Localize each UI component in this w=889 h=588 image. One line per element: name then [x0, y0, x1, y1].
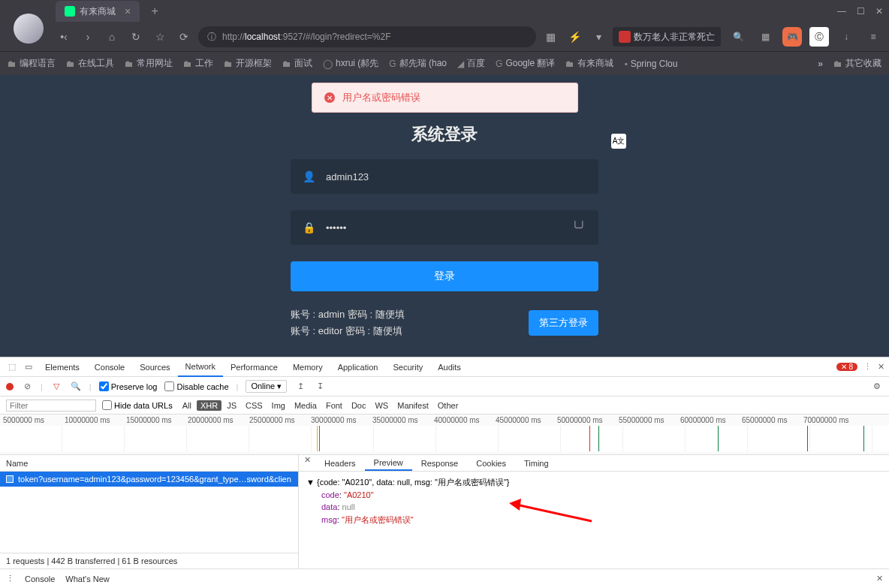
kebab-icon[interactable]: ⋮: [863, 362, 872, 372]
password-input[interactable]: [326, 222, 561, 234]
filter-type[interactable]: Media: [291, 400, 321, 411]
request-row[interactable]: token?username=admin123&password=123456&…: [0, 472, 298, 487]
drawer-console-tab[interactable]: Console: [25, 574, 55, 583]
folder-icon: 🖿: [833, 59, 842, 69]
filter-type[interactable]: Manifest: [393, 400, 432, 411]
bookmark-item[interactable]: 🖿在线工具: [66, 57, 114, 70]
filter-type[interactable]: Font: [322, 400, 346, 411]
bookmark-item[interactable]: G郝先瑞 (hao: [389, 57, 447, 70]
bookmark-item[interactable]: 🖿有来商城: [565, 57, 613, 70]
throttling-select[interactable]: Online ▾: [246, 380, 287, 393]
devtools-tab[interactable]: Console: [87, 357, 132, 377]
bookmark-item[interactable]: ▪Spring Clou: [624, 57, 677, 70]
device-icon[interactable]: ▭: [21, 362, 36, 372]
extension-c-icon[interactable]: Ⓒ: [809, 27, 829, 47]
reload-icon[interactable]: ⟳: [174, 27, 194, 47]
clear-icon[interactable]: ⊘: [21, 381, 33, 391]
upload-icon[interactable]: ↥: [294, 381, 306, 391]
menu-icon[interactable]: ≡: [863, 27, 883, 47]
download-har-icon[interactable]: ↧: [314, 381, 326, 391]
response-tab[interactable]: Timing: [515, 455, 558, 471]
close-preview-icon[interactable]: ✕: [299, 455, 315, 471]
forward-icon[interactable]: ›: [78, 27, 98, 47]
drawer-whatsnew-tab[interactable]: What's New: [65, 574, 109, 583]
gear-icon[interactable]: ⚙: [871, 381, 883, 391]
inspect-icon[interactable]: ⬚: [5, 362, 20, 372]
drawer-toggle-icon[interactable]: ⋮: [6, 574, 14, 583]
close-devtools-icon[interactable]: ✕: [878, 362, 884, 372]
news-headline[interactable]: 数万老人非正常死亡: [613, 27, 721, 47]
devtools-tab[interactable]: Memory: [285, 357, 330, 377]
devtools-tab[interactable]: Network: [178, 357, 223, 377]
apps-icon[interactable]: ▦: [755, 27, 775, 47]
filter-type[interactable]: JS: [223, 400, 240, 411]
username-field[interactable]: 👤: [291, 159, 598, 194]
filter-type[interactable]: Doc: [348, 400, 370, 411]
response-tab[interactable]: Response: [412, 455, 468, 471]
timeline-tick: 55000000 ms: [616, 416, 677, 424]
eye-closed-icon[interactable]: ╰╯: [571, 221, 586, 235]
name-column-header[interactable]: Name: [0, 455, 298, 472]
bookmark-item[interactable]: 🖿常用网址: [125, 57, 173, 70]
login-button[interactable]: 登录: [291, 261, 598, 291]
response-tab[interactable]: Headers: [315, 455, 365, 471]
devtools-tab[interactable]: Sources: [132, 357, 177, 377]
bm-more-icon[interactable]: »: [818, 59, 823, 69]
new-tab-button[interactable]: +: [146, 2, 164, 20]
response-tab[interactable]: Preview: [365, 455, 412, 471]
bookmark-item[interactable]: 🖿面试: [282, 57, 312, 70]
disable-cache-checkbox[interactable]: Disable cache: [164, 381, 228, 391]
password-field[interactable]: 🔒 ╰╯: [291, 210, 598, 245]
record-icon[interactable]: [6, 383, 14, 390]
bolt-icon[interactable]: ⚡: [565, 27, 584, 47]
bookmark-item[interactable]: GGoogle 翻译: [496, 57, 555, 70]
username-input[interactable]: [326, 171, 586, 182]
filter-type[interactable]: XHR: [197, 400, 221, 411]
bookmark-other[interactable]: 🖿其它收藏: [833, 57, 881, 70]
close-drawer-icon[interactable]: ✕: [876, 574, 883, 583]
qr-icon[interactable]: ▦: [541, 27, 560, 47]
third-party-login-button[interactable]: 第三方登录: [529, 310, 598, 336]
bookmark-item[interactable]: ◢百度: [457, 57, 485, 70]
error-count-badge[interactable]: ✕ 8: [836, 363, 857, 371]
browser-tab[interactable]: 有来商城 ×: [56, 1, 140, 22]
chevron-down-icon[interactable]: ▾: [589, 27, 608, 47]
network-filter-input[interactable]: [6, 400, 96, 412]
tab-favicon: [65, 6, 75, 17]
star-icon[interactable]: ☆: [150, 27, 170, 47]
filter-type[interactable]: WS: [371, 400, 392, 411]
response-preview[interactable]: ▼ {code: "A0210", data: null, msg: "用户名或…: [299, 472, 889, 568]
filter-type[interactable]: CSS: [242, 400, 267, 411]
filter-type[interactable]: All: [179, 400, 195, 411]
network-timeline[interactable]: 5000000 ms10000000 ms15000000 ms20000000…: [0, 415, 889, 455]
close-window-icon[interactable]: ✕: [875, 6, 883, 17]
filter-type[interactable]: Other: [434, 400, 463, 411]
maximize-icon[interactable]: ☐: [857, 6, 865, 17]
search-net-icon[interactable]: 🔍: [70, 381, 82, 391]
minimize-icon[interactable]: —: [837, 6, 846, 17]
bookmark-item[interactable]: 🖿工作: [183, 57, 213, 70]
bookmark-item[interactable]: 🖿开源框架: [224, 57, 272, 70]
home-icon[interactable]: ⌂: [102, 27, 122, 47]
hide-urls-checkbox[interactable]: Hide data URLs: [102, 400, 173, 410]
nav-dots-icon[interactable]: •‹: [54, 27, 74, 47]
profile-avatar[interactable]: [14, 14, 44, 44]
address-bar[interactable]: ⓘ http://localhost:9527/#/login?redirect…: [198, 26, 536, 47]
download-icon[interactable]: ↓: [836, 27, 856, 47]
bookmark-item[interactable]: 🖿编程语言: [8, 57, 56, 70]
bookmark-item[interactable]: ◯hxrui (郝先: [323, 57, 378, 70]
search-icon[interactable]: 🔍: [728, 27, 748, 47]
gamepad-icon[interactable]: 🎮: [782, 27, 802, 47]
filter-funnel-icon[interactable]: ▽: [50, 381, 62, 391]
language-toggle[interactable]: A文: [611, 134, 626, 149]
history-icon[interactable]: ↻: [126, 27, 146, 47]
response-tab[interactable]: Cookies: [467, 455, 515, 471]
close-tab-icon[interactable]: ×: [125, 5, 131, 17]
devtools-tab[interactable]: Performance: [223, 357, 285, 377]
devtools-tab[interactable]: Security: [385, 357, 430, 377]
devtools-tab[interactable]: Elements: [38, 357, 87, 377]
filter-type[interactable]: Img: [268, 400, 289, 411]
preserve-log-checkbox[interactable]: Preserve log: [99, 381, 158, 391]
devtools-tab[interactable]: Application: [330, 357, 386, 377]
devtools-tab[interactable]: Audits: [430, 357, 469, 377]
